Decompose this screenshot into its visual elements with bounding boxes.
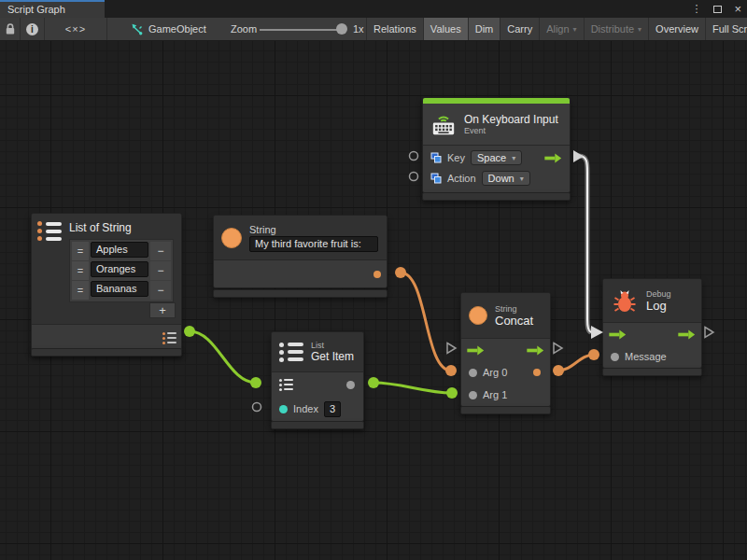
close-icon[interactable]: × [734, 5, 741, 14]
remove-item-button[interactable]: − [150, 242, 171, 260]
member-icon [430, 152, 442, 163]
wire-string-to-concat[interactable] [401, 273, 451, 371]
node-debug-log[interactable]: Debug Log Me [602, 278, 702, 369]
list-item-row: = Bananas − [72, 281, 171, 300]
list-editor: = Apples − = Oranges − = Bananas − [69, 239, 174, 302]
wire-control[interactable] [579, 156, 591, 332]
values-button[interactable]: Values [423, 18, 468, 40]
drag-handle[interactable]: = [72, 261, 89, 280]
index-label: Index [293, 403, 318, 414]
wire-getitem-to-concat[interactable] [374, 383, 452, 393]
zoom-slider-track[interactable] [260, 29, 344, 31]
wire-list-to-getitem[interactable] [190, 331, 256, 383]
flow-output-arrow-icon[interactable] [544, 153, 562, 163]
info-button[interactable]: i [21, 18, 45, 40]
maximize-icon[interactable] [713, 6, 722, 13]
bug-icon [611, 287, 639, 315]
string-type-icon [469, 306, 487, 325]
key-port-label: Key [447, 152, 465, 163]
dim-button[interactable]: Dim [468, 18, 500, 40]
node-get-item[interactable]: List Get Item Index 3 [271, 331, 364, 422]
port-action-unconnected[interactable] [410, 173, 418, 181]
flow-input-arrow-icon[interactable] [609, 329, 627, 340]
flow-port-triangle[interactable] [573, 150, 584, 162]
port-string-output[interactable] [395, 267, 406, 278]
arg1-label: Arg 1 [483, 389, 507, 400]
message-input-dot [611, 353, 619, 361]
fullscreen-button[interactable]: Full Screen [705, 18, 747, 40]
key-dropdown[interactable]: Space ▾ [471, 150, 522, 165]
node-string-concat[interactable]: String Concat [460, 292, 551, 407]
distribute-button[interactable]: Distribute ▾ [584, 18, 648, 40]
remove-item-button[interactable]: − [150, 261, 171, 280]
string-type-icon [221, 228, 242, 248]
list-output-icon [162, 332, 176, 344]
flow-input-arrow-icon[interactable] [467, 345, 485, 356]
index-value-input[interactable]: 3 [324, 401, 341, 417]
chevron-down-icon: ▾ [573, 25, 577, 34]
node-list-of-string[interactable]: List of String = Apples − = Oranges − [31, 213, 182, 352]
graph-canvas[interactable]: On Keyboard Input Event Key Space ▾ [0, 41, 747, 560]
index-input-dot [279, 405, 288, 413]
list-input-icon [279, 379, 293, 391]
action-dropdown[interactable]: Down ▾ [482, 171, 530, 186]
list-item-row: = Oranges − [72, 261, 171, 280]
overview-button[interactable]: Overview [648, 18, 705, 40]
wire-concat-to-debug[interactable] [558, 355, 594, 371]
list-item-input[interactable]: Oranges [91, 261, 148, 277]
list-item-input[interactable]: Apples [91, 242, 148, 258]
zoom-slider-handle[interactable] [336, 23, 347, 35]
port-index-unconnected[interactable] [253, 403, 261, 412]
tab-script-graph[interactable]: Script Graph [0, 0, 105, 18]
list-item-row: = Apples − [72, 242, 171, 260]
list-icon [279, 343, 303, 362]
drag-handle[interactable]: = [72, 242, 89, 260]
node-footer [460, 406, 551, 414]
flow-output-arrow-icon[interactable] [678, 329, 696, 340]
node-subtitle: Event [464, 126, 558, 135]
chevron-down-icon: ▾ [512, 154, 515, 162]
port-concat-result-output[interactable] [553, 365, 564, 376]
zoom-value: 1x [353, 18, 364, 40]
port-list-output[interactable] [184, 326, 195, 337]
graph-toolbar: i <×> GameObject Zoom 1x Relations Value… [0, 18, 747, 41]
string-value-input[interactable]: My third favorite fruit is: [249, 236, 378, 252]
node-category: String [495, 304, 533, 314]
relations-button[interactable]: Relations [366, 18, 423, 40]
node-category: Debug [646, 289, 671, 299]
member-icon [430, 173, 442, 184]
port-debug-message-input[interactable] [588, 349, 599, 360]
window-menu-icon[interactable]: ⋮ [691, 3, 701, 15]
list-item-input[interactable]: Bananas [91, 281, 148, 297]
gameobject-button[interactable]: GameObject [124, 18, 212, 40]
remove-item-button[interactable]: − [150, 281, 171, 300]
zoom-label: Zoom [231, 18, 257, 40]
port-concat-flow-in-unconnected[interactable] [447, 343, 456, 354]
node-on-keyboard-input[interactable]: On Keyboard Input Event Key Space ▾ [422, 97, 571, 193]
arg0-label: Arg 0 [483, 367, 507, 378]
align-button[interactable]: Align ▾ [539, 18, 583, 40]
port-getitem-list-input[interactable] [250, 377, 261, 388]
arg0-input-dot [469, 369, 477, 377]
code-view-icon: <×> [65, 23, 86, 35]
carry-button[interactable]: Carry [500, 18, 539, 40]
node-title: Get Item [311, 350, 354, 363]
chevron-down-icon: ▾ [638, 25, 641, 34]
node-string-literal[interactable]: String My third favorite fruit is: [213, 215, 388, 288]
node-title: On Keyboard Input [464, 113, 558, 126]
port-concat-arg0-input[interactable] [445, 365, 457, 376]
port-concat-flow-out-unconnected[interactable] [554, 343, 562, 354]
node-title: Log [646, 299, 671, 313]
arg1-input-dot [469, 391, 477, 399]
lock-button[interactable] [0, 18, 21, 40]
port-key-unconnected[interactable] [410, 152, 418, 161]
port-getitem-output[interactable] [368, 377, 379, 388]
port-debug-flow-out-unconnected[interactable] [705, 328, 713, 338]
result-output-dot [533, 369, 541, 376]
flow-output-arrow-icon[interactable] [527, 345, 544, 356]
action-port-label: Action [447, 173, 476, 184]
code-view-button[interactable]: <×> [45, 18, 107, 40]
add-item-button[interactable]: + [149, 302, 176, 318]
drag-handle[interactable]: = [72, 281, 89, 300]
port-concat-arg1-input[interactable] [446, 387, 458, 399]
